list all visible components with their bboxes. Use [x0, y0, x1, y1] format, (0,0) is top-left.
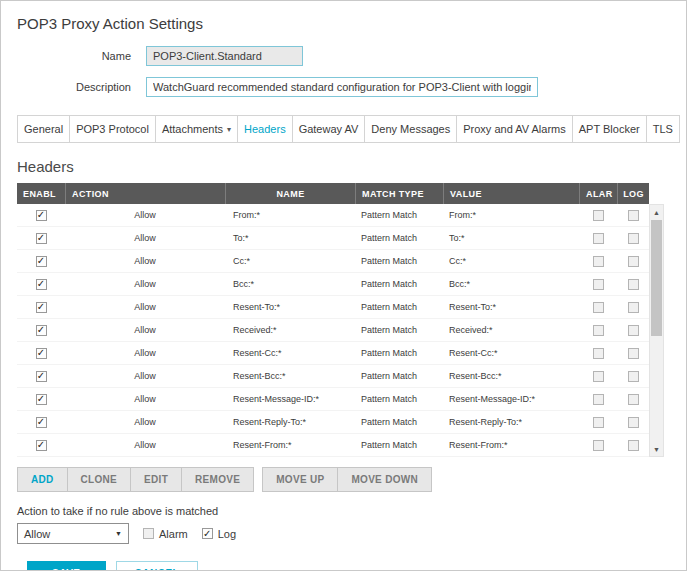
no-match-row: Allow ▼ Alarm Log — [17, 523, 670, 544]
alarm-checkbox[interactable] — [593, 325, 604, 336]
value-cell: Resent-Message-ID:* — [443, 388, 579, 410]
action-cell: Allow — [65, 388, 225, 410]
table-row[interactable]: AllowResent-Reply-To:*Pattern MatchResen… — [17, 411, 649, 434]
column-header-log: LOG — [617, 183, 649, 204]
table-row[interactable]: AllowFrom:*Pattern MatchFrom:* — [17, 204, 649, 227]
scrollbar-thumb[interactable] — [651, 220, 662, 336]
enable-checkbox[interactable] — [36, 279, 47, 290]
table-row[interactable]: AllowResent-Cc:*Pattern MatchResent-Cc:* — [17, 342, 649, 365]
action-cell: Allow — [65, 273, 225, 295]
name-label: Name — [17, 50, 131, 62]
table-row[interactable]: AllowTo:*Pattern MatchTo:* — [17, 227, 649, 250]
table-scrollbar[interactable]: ▲ ▼ — [649, 204, 664, 457]
alarm-checkbox[interactable] — [593, 348, 604, 359]
column-header-name: NAME — [225, 183, 355, 204]
table-row[interactable]: AllowResent-Bcc:*Pattern MatchResent-Bcc… — [17, 365, 649, 388]
enable-checkbox[interactable] — [36, 417, 47, 428]
log-checkbox[interactable] — [628, 210, 639, 221]
table-row[interactable]: AllowBcc:*Pattern MatchBcc:* — [17, 273, 649, 296]
tab-deny-messages[interactable]: Deny Messages — [364, 115, 457, 143]
description-input[interactable] — [146, 77, 538, 97]
table-row[interactable]: AllowCc:*Pattern MatchCc:* — [17, 250, 649, 273]
match-type-cell: Pattern Match — [355, 296, 443, 318]
tab-general[interactable]: General — [17, 115, 70, 143]
cancel-button[interactable]: CANCEL — [116, 561, 199, 571]
alarm-checkbox[interactable] — [593, 210, 604, 221]
log-checkbox[interactable] — [628, 394, 639, 405]
alarm-checkbox[interactable] — [143, 528, 154, 539]
log-checkbox[interactable] — [628, 302, 639, 313]
alarm-checkbox[interactable] — [593, 371, 604, 382]
enable-checkbox[interactable] — [36, 210, 47, 221]
name-input[interactable] — [146, 46, 303, 66]
name-cell: Resent-From:* — [225, 434, 355, 456]
action-cell: Allow — [65, 250, 225, 272]
log-checkbox[interactable] — [628, 348, 639, 359]
move-up-button[interactable]: MOVE UP — [262, 467, 338, 492]
page-title: POP3 Proxy Action Settings — [17, 15, 670, 32]
enable-cell — [17, 388, 65, 410]
value-cell: Cc:* — [443, 250, 579, 272]
scroll-up-icon[interactable]: ▲ — [650, 205, 663, 219]
enable-checkbox[interactable] — [36, 302, 47, 313]
log-checkbox[interactable] — [628, 371, 639, 382]
tab-tls[interactable]: TLS — [646, 115, 680, 143]
enable-checkbox[interactable] — [36, 371, 47, 382]
name-cell: Bcc:* — [225, 273, 355, 295]
log-checkbox[interactable] — [628, 440, 639, 451]
alarm-checkbox[interactable] — [593, 233, 604, 244]
tab-attachments[interactable]: Attachments▾ — [155, 115, 238, 143]
tab-pop3-protocol[interactable]: POP3 Protocol — [69, 115, 156, 143]
alarm-checkbox[interactable] — [593, 417, 604, 428]
alarm-checkbox[interactable] — [593, 279, 604, 290]
enable-checkbox[interactable] — [36, 233, 47, 244]
alarm-checkbox[interactable] — [593, 440, 604, 451]
alarm-checkbox[interactable] — [593, 256, 604, 267]
tab-bar: GeneralPOP3 ProtocolAttachments▾HeadersG… — [17, 115, 670, 143]
log-cell — [617, 319, 649, 341]
tab-gateway-av[interactable]: Gateway AV — [292, 115, 366, 143]
edit-button[interactable]: EDIT — [130, 467, 182, 492]
log-option[interactable]: Log — [202, 528, 236, 540]
alarm-cell — [579, 250, 617, 272]
table-row[interactable]: AllowResent-From:*Pattern MatchResent-Fr… — [17, 434, 649, 457]
scrollbar-track[interactable] — [650, 219, 663, 442]
enable-checkbox[interactable] — [36, 256, 47, 267]
remove-button[interactable]: REMOVE — [181, 467, 254, 492]
log-cell — [617, 411, 649, 433]
add-button[interactable]: ADD — [17, 467, 68, 492]
tab-apt-blocker[interactable]: APT Blocker — [572, 115, 647, 143]
enable-checkbox[interactable] — [36, 394, 47, 405]
action-cell: Allow — [65, 227, 225, 249]
log-checkbox[interactable] — [628, 417, 639, 428]
log-checkbox[interactable] — [628, 233, 639, 244]
log-checkbox[interactable] — [628, 279, 639, 290]
table-row[interactable]: AllowReceived:*Pattern MatchReceived:* — [17, 319, 649, 342]
clone-button[interactable]: CLONE — [67, 467, 132, 492]
save-button[interactable]: SAVE — [27, 561, 106, 571]
alarm-checkbox[interactable] — [593, 394, 604, 405]
table-row[interactable]: AllowResent-Message-ID:*Pattern MatchRes… — [17, 388, 649, 411]
scroll-down-icon[interactable]: ▼ — [650, 442, 663, 456]
column-header-alar: ALAR — [579, 183, 617, 204]
tab-proxy-and-av-alarms[interactable]: Proxy and AV Alarms — [456, 115, 573, 143]
name-cell: Resent-Cc:* — [225, 342, 355, 364]
alarm-checkbox[interactable] — [593, 302, 604, 313]
log-checkbox[interactable] — [628, 256, 639, 267]
alarm-option[interactable]: Alarm — [143, 528, 188, 540]
enable-checkbox[interactable] — [36, 440, 47, 451]
enable-checkbox[interactable] — [36, 325, 47, 336]
enable-checkbox[interactable] — [36, 348, 47, 359]
rule-toolbar: ADDCLONEEDITREMOVEMOVE UPMOVE DOWN — [17, 467, 670, 492]
tab-headers[interactable]: Headers — [237, 115, 293, 143]
tab-label: General — [24, 123, 63, 135]
table-row[interactable]: AllowResent-To:*Pattern MatchResent-To:* — [17, 296, 649, 319]
move-down-button[interactable]: MOVE DOWN — [337, 467, 432, 492]
value-cell: Resent-From:* — [443, 434, 579, 456]
log-checkbox[interactable] — [202, 528, 213, 539]
log-checkbox[interactable] — [628, 325, 639, 336]
table-body: AllowFrom:*Pattern MatchFrom:*AllowTo:*P… — [17, 204, 649, 457]
tab-label: Attachments — [162, 123, 223, 135]
default-action-select[interactable]: Allow ▼ — [17, 523, 129, 544]
enable-cell — [17, 204, 65, 226]
